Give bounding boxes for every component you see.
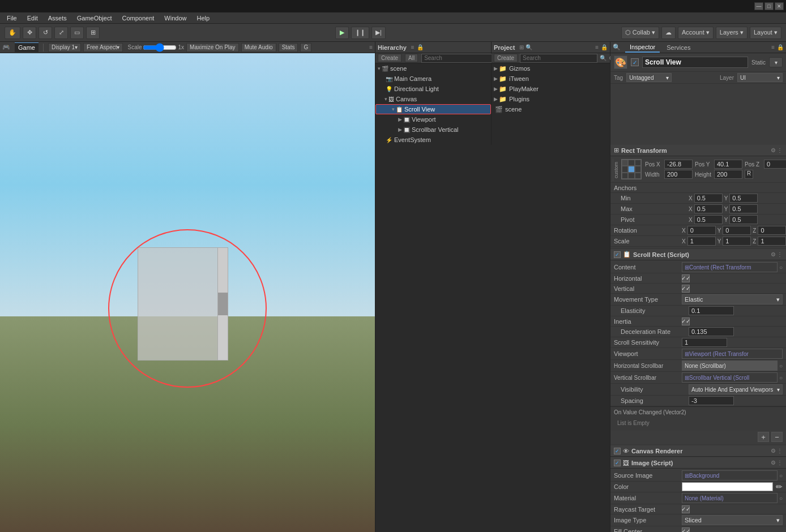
project-item-scene[interactable]: 🎬 scene: [492, 104, 610, 114]
inspector-scroll[interactable]: ⊞ Rect Transform ⚙ ⋮ custom: [610, 145, 786, 532]
project-item-itween[interactable]: ▶ 📁 iTween: [492, 74, 610, 84]
tag-dropdown[interactable]: Untagged ▾: [626, 73, 672, 82]
inertia-check[interactable]: ✓: [682, 318, 690, 325]
project-icons[interactable]: ⊞ 🔍: [519, 44, 532, 50]
image-header[interactable]: ✓ 🖼 Image (Script) ⚙ ⋮: [610, 457, 786, 469]
canvas-renderer-header[interactable]: ✓ 👁 Canvas Renderer ⚙ ⋮: [610, 445, 786, 457]
account-dropdown[interactable]: Account ▾: [678, 27, 714, 39]
menu-gameobject[interactable]: GameObject: [72, 14, 117, 23]
source-image-btn[interactable]: ○: [779, 473, 783, 479]
viewport-ref[interactable]: ⊞Viewport (Rect Transfor: [682, 349, 783, 359]
scroll-rect-toggle[interactable]: ✓: [614, 251, 621, 258]
pos-y-input[interactable]: [714, 160, 742, 169]
anchor-max-y[interactable]: [729, 204, 758, 213]
hierarchy-create[interactable]: Create: [378, 54, 401, 62]
transform-tool[interactable]: ⊞: [86, 27, 100, 39]
scroll-rect-gear[interactable]: ⚙: [771, 251, 776, 258]
scroll-rect-header[interactable]: ✓ 📋 Scroll Rect (Script) ⚙ ⋮: [610, 249, 786, 260]
hierarchy-item-main-camera[interactable]: 📷 Main Camera: [375, 74, 491, 84]
pivot-handle[interactable]: [621, 159, 642, 179]
event-remove-btn[interactable]: −: [771, 432, 783, 442]
hierarchy-item-viewport[interactable]: ▶ 🔲 Viewport: [375, 114, 491, 125]
maximize-button[interactable]: □: [764, 2, 774, 10]
game-tab[interactable]: Game: [15, 42, 39, 52]
play-button[interactable]: ▶: [335, 27, 349, 39]
height-input[interactable]: [714, 170, 742, 179]
layers-dropdown[interactable]: Layers ▾: [716, 27, 747, 39]
visibility-dropdown[interactable]: Auto Hide And Expand Viewpors ▾: [689, 384, 783, 394]
pos-z-input[interactable]: [764, 160, 786, 169]
anchor-min-y[interactable]: [729, 194, 758, 203]
menu-help[interactable]: Help: [192, 14, 214, 23]
content-ref-btn[interactable]: ○: [779, 264, 783, 271]
inspector-menu[interactable]: ≡: [771, 44, 775, 50]
rect-transform-gear[interactable]: ⚙: [771, 147, 776, 153]
image-dots[interactable]: ⋮: [777, 460, 783, 466]
stats-btn[interactable]: Stats: [279, 43, 298, 52]
scroll-sensitivity-input[interactable]: [682, 338, 727, 347]
collab-dropdown[interactable]: ⬡ Collab ▾: [621, 27, 659, 39]
decel-rate-input[interactable]: [689, 327, 734, 336]
menu-component[interactable]: Component: [117, 14, 159, 23]
scale-y[interactable]: [723, 237, 751, 246]
image-type-dropdown[interactable]: Sliced ▾: [682, 515, 783, 525]
elasticity-input[interactable]: [689, 306, 734, 315]
layout-dropdown[interactable]: Layout ▾: [750, 27, 781, 39]
project-item-plugins[interactable]: ▶ 📁 Plugins: [492, 94, 610, 104]
aspect-btn[interactable]: Free Aspect ▾: [83, 43, 123, 52]
pos-x-input[interactable]: [664, 160, 693, 169]
vertical-check[interactable]: ✓: [682, 285, 690, 293]
mute-audio-btn[interactable]: Mute Audio: [241, 43, 276, 52]
maximize-on-play-btn[interactable]: Maximize On Play: [186, 43, 239, 52]
inspector-lock[interactable]: 🔒: [777, 44, 784, 50]
project-create[interactable]: Create: [494, 54, 518, 62]
scale-slider[interactable]: [143, 44, 177, 51]
menu-file[interactable]: File: [2, 14, 22, 23]
project-menu[interactable]: ≡: [595, 44, 599, 50]
raycast-check[interactable]: ✓: [682, 505, 690, 513]
project-search-icon[interactable]: 🔍: [600, 55, 606, 61]
pivot-tl[interactable]: [622, 160, 628, 166]
material-ref[interactable]: None (Material): [682, 493, 778, 503]
hand-tool[interactable]: ✋: [5, 27, 20, 39]
horizontal-check[interactable]: ✓: [682, 274, 690, 282]
menu-assets[interactable]: Assets: [44, 14, 71, 23]
rect-tool[interactable]: ▭: [70, 27, 84, 39]
hierarchy-menu[interactable]: ≡: [411, 44, 415, 50]
hierarchy-item-event-system[interactable]: ⚡ EventSystem: [375, 135, 491, 145]
event-add-btn[interactable]: +: [758, 432, 769, 442]
project-item-gizmos[interactable]: ▶ 📁 Gizmos: [492, 63, 610, 74]
anchor-max-x[interactable]: [694, 204, 723, 213]
hierarchy-lock[interactable]: 🔒: [417, 44, 424, 50]
project-lock[interactable]: 🔒: [601, 44, 608, 50]
scale-x[interactable]: [687, 237, 716, 246]
gizmos-btn[interactable]: G: [300, 43, 311, 52]
menu-window[interactable]: Window: [160, 14, 191, 23]
rotation-z[interactable]: [758, 226, 786, 235]
color-swatch[interactable]: [682, 482, 773, 491]
scale-z[interactable]: [758, 237, 786, 246]
services-tab[interactable]: Services: [662, 43, 695, 52]
canvas-renderer-dots[interactable]: ⋮: [777, 448, 783, 454]
material-btn[interactable]: ○: [779, 495, 783, 501]
scale-tool[interactable]: ⤢: [54, 27, 68, 39]
spacing-input[interactable]: [689, 396, 734, 405]
horiz-scrollbar-btn[interactable]: ○: [779, 363, 783, 369]
hierarchy-item-dir-light[interactable]: 💡 Directional Light: [375, 84, 491, 94]
canvas-renderer-gear[interactable]: ⚙: [771, 448, 776, 454]
color-picker-icon[interactable]: ✏: [776, 482, 783, 491]
hierarchy-all[interactable]: All: [405, 54, 418, 62]
pause-button[interactable]: ❙❙: [351, 27, 369, 39]
anchor-min-x[interactable]: [694, 194, 723, 203]
r-button[interactable]: R: [745, 170, 753, 179]
vert-scrollbar-ref[interactable]: ⊞Scrollbar Vertical (Scroll: [682, 372, 778, 383]
rotation-y[interactable]: [723, 226, 751, 235]
close-button[interactable]: ✕: [775, 2, 784, 10]
horiz-scrollbar-ref[interactable]: None (Scrollbar): [682, 361, 778, 371]
width-input[interactable]: [664, 170, 693, 179]
fill-center-check[interactable]: ✓: [682, 527, 690, 533]
display-btn[interactable]: Display 1 ▾: [48, 43, 81, 52]
image-toggle[interactable]: ✓: [614, 460, 621, 466]
scroll-rect-dots[interactable]: ⋮: [777, 251, 783, 258]
project-item-playmaker[interactable]: ▶ 📁 PlayMaker: [492, 84, 610, 94]
